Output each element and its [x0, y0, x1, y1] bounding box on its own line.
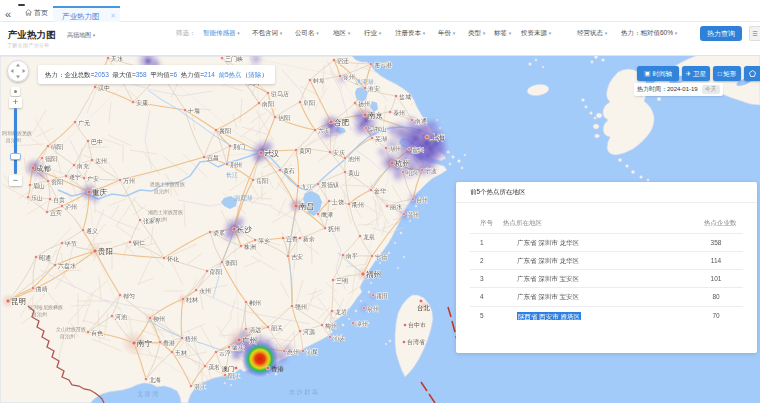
- svg-text:上海: 上海: [430, 133, 446, 142]
- svg-text:曲靖: 曲靖: [36, 286, 48, 293]
- svg-text:连云港: 连云港: [374, 62, 392, 69]
- svg-text:徐州: 徐州: [343, 74, 355, 81]
- svg-text:福州: 福州: [366, 270, 381, 279]
- svg-text:九江: 九江: [301, 184, 313, 190]
- svg-text:衢州: 衢州: [351, 201, 364, 209]
- svg-text:杭州: 杭州: [394, 159, 410, 168]
- svg-text:南平: 南平: [346, 252, 358, 259]
- svg-text:永州: 永州: [199, 287, 211, 294]
- svg-text:池州: 池州: [348, 156, 360, 163]
- svg-text:自贡: 自贡: [53, 197, 65, 204]
- svg-text:台湾省: 台湾省: [407, 338, 425, 346]
- svg-text:河源: 河源: [303, 328, 315, 335]
- svg-text:三明: 三明: [336, 278, 348, 284]
- svg-text:广元: 广元: [78, 119, 90, 126]
- svg-text:郴州: 郴州: [249, 300, 261, 306]
- svg-text:德阳: 德阳: [45, 156, 57, 163]
- svg-text:文山壮族苗族: 文山壮族苗族: [56, 326, 86, 333]
- svg-text:漳州: 漳州: [356, 320, 368, 327]
- svg-text:茂名: 茂名: [208, 364, 220, 371]
- svg-text:宜宾: 宜宾: [50, 209, 62, 216]
- svg-text:淮安: 淮安: [368, 85, 380, 92]
- svg-text:荆州: 荆州: [230, 162, 242, 168]
- svg-text:汉中: 汉中: [98, 85, 110, 91]
- svg-text:洪泽湖: 洪泽湖: [355, 78, 373, 85]
- svg-text:北海: 北海: [149, 376, 161, 384]
- svg-text:达州: 达州: [95, 158, 107, 165]
- svg-text:邵阳: 邵阳: [209, 269, 222, 276]
- svg-text:恩施土家族苗族: 恩施土家族苗族: [149, 181, 185, 188]
- svg-text:泉州: 泉州: [366, 306, 379, 312]
- svg-text:清远: 清远: [249, 326, 261, 333]
- svg-text:武汉: 武汉: [264, 149, 280, 158]
- svg-text:上饶: 上饶: [331, 199, 344, 206]
- svg-text:黄冈: 黄冈: [299, 148, 311, 155]
- svg-text:黄石: 黄石: [283, 167, 295, 175]
- svg-text:黄山: 黄山: [348, 170, 360, 176]
- svg-text:东 沙 群 岛: 东 沙 群 岛: [289, 388, 318, 396]
- svg-text:怀化: 怀化: [166, 256, 179, 263]
- svg-text:贵港: 贵港: [163, 340, 175, 347]
- svg-text:南京: 南京: [367, 111, 384, 120]
- svg-text:马鞍山: 马鞍山: [369, 126, 387, 132]
- svg-text:景德镇: 景德镇: [321, 182, 339, 189]
- svg-text:龙岩: 龙岩: [335, 309, 347, 316]
- svg-text:新余: 新余: [303, 235, 315, 243]
- svg-text:嘉兴: 嘉兴: [412, 146, 424, 154]
- svg-text:宜昌: 宜昌: [207, 154, 219, 162]
- svg-text:信阳: 信阳: [278, 115, 290, 122]
- svg-text:重庆: 重庆: [92, 188, 108, 197]
- svg-text:都匀: 都匀: [123, 293, 135, 300]
- svg-text:香港: 香港: [271, 365, 285, 373]
- svg-text:萍乡: 萍乡: [258, 238, 270, 244]
- svg-text:吉安: 吉安: [291, 253, 303, 261]
- svg-text:巴中: 巴中: [91, 139, 103, 145]
- svg-text:南宁: 南宁: [136, 339, 153, 348]
- svg-text:张家界: 张家界: [143, 217, 161, 225]
- svg-text:洞庭湖: 洞庭湖: [234, 194, 252, 201]
- svg-text:衡阳: 衡阳: [225, 260, 237, 267]
- svg-text:成都: 成都: [36, 164, 52, 173]
- svg-text:台中市: 台中市: [408, 321, 426, 329]
- svg-text:宁波: 宁波: [425, 167, 437, 174]
- svg-text:自治州: 自治州: [60, 333, 75, 340]
- svg-text:长沙: 长沙: [236, 225, 253, 234]
- svg-text:遵义: 遵义: [86, 227, 98, 234]
- svg-text:莆田: 莆田: [376, 293, 388, 300]
- svg-text:赣州: 赣州: [295, 303, 307, 310]
- svg-text:广安: 广安: [87, 175, 99, 182]
- svg-text:娄底: 娄底: [213, 229, 225, 236]
- svg-text:扬州: 扬州: [358, 101, 370, 108]
- svg-text:韶关: 韶关: [271, 324, 283, 332]
- svg-text:金华: 金华: [373, 188, 387, 194]
- svg-text:绵阳: 绵阳: [51, 144, 63, 151]
- svg-text:南昌: 南昌: [298, 202, 314, 211]
- svg-text:台州: 台州: [416, 197, 428, 204]
- svg-text:南通: 南通: [415, 117, 427, 124]
- svg-text:澳门: 澳门: [222, 365, 234, 373]
- svg-text:广州: 广州: [242, 336, 257, 345]
- svg-text:安康: 安康: [136, 99, 148, 107]
- svg-text:湘西土家族苗族: 湘西土家族苗族: [148, 209, 183, 216]
- svg-text:汕头: 汕头: [333, 335, 345, 341]
- svg-text:株洲: 株洲: [243, 244, 256, 250]
- svg-text:肇庆: 肇庆: [232, 344, 244, 351]
- svg-text:玉林: 玉林: [175, 350, 188, 356]
- svg-text:台北: 台北: [417, 304, 431, 312]
- svg-text:汕尾: 汕尾: [306, 349, 318, 355]
- svg-text:蚌埠: 蚌埠: [313, 78, 325, 84]
- svg-text:云浮: 云浮: [219, 349, 231, 356]
- svg-text:资阳: 资阳: [51, 179, 63, 186]
- svg-text:阳江: 阳江: [228, 373, 240, 380]
- svg-text:长江: 长江: [226, 172, 238, 178]
- svg-text:南充: 南充: [77, 163, 89, 170]
- svg-text:阿坝藏族羌族: 阿坝藏族羌族: [2, 130, 32, 137]
- svg-text:南阳: 南阳: [262, 101, 274, 108]
- svg-text:宜春: 宜春: [286, 235, 298, 243]
- svg-text:十堰: 十堰: [187, 107, 200, 114]
- svg-text:湖州: 湖州: [389, 146, 401, 152]
- svg-text:昆明: 昆明: [11, 297, 26, 306]
- svg-text:梧州: 梧州: [184, 335, 197, 343]
- svg-text:遂宁: 遂宁: [69, 173, 81, 180]
- svg-text:龙泉: 龙泉: [363, 234, 375, 240]
